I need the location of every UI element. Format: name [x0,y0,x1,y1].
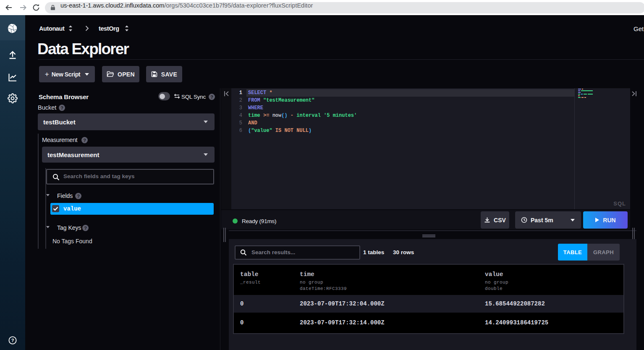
svg-text:?: ? [11,338,14,343]
